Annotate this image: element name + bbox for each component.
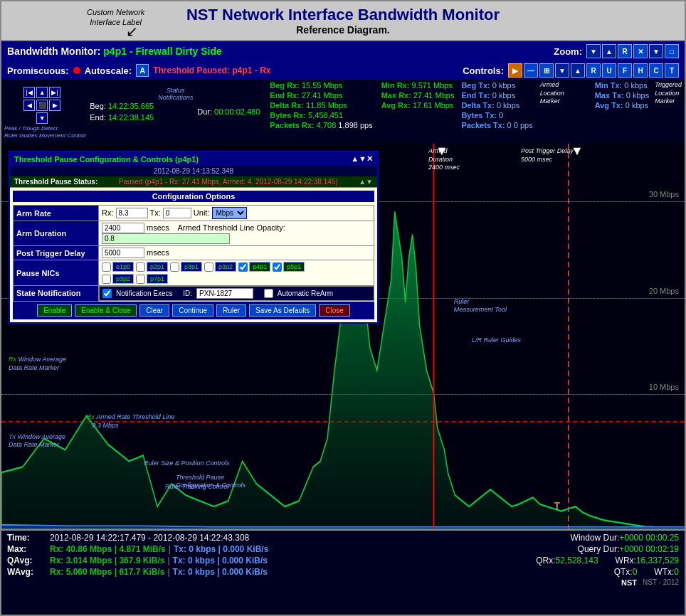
- nic-p4p1-btn[interactable]: p4p1: [249, 262, 270, 272]
- wrx-value: 16,337,529: [636, 556, 679, 565]
- nic-p5p1-check[interactable]: [273, 262, 282, 272]
- bandwidth-monitor-label: Bandwidth Monitor: p4p1 - Firewall Dirty…: [7, 46, 222, 57]
- nav-next[interactable]: ▶: [49, 100, 60, 111]
- nic-p3p2b-btn[interactable]: p3p2: [112, 274, 134, 284]
- nic-p2p1: p2p1: [136, 262, 168, 272]
- header-title: NST Network Interface Bandwidth Monitor …: [186, 6, 500, 36]
- autoscale-label: Autoscale:: [85, 65, 132, 76]
- ctrl-btn-vup[interactable]: ▲: [571, 63, 585, 78]
- nic-p3p2b-check[interactable]: [102, 275, 111, 284]
- nic-p4p1-check[interactable]: [238, 262, 248, 272]
- post-trigger-input[interactable]: [102, 248, 144, 258]
- post-trigger-row: Post Trigger Delay msecs: [14, 246, 374, 260]
- end-time: End: 14:22:38.145: [90, 113, 154, 122]
- triggered-marker-top: ▼: [571, 144, 584, 159]
- nic-p5p1-btn[interactable]: p5p1: [283, 262, 305, 272]
- header: Custom Network Interface Label ↙ NST Net…: [1, 1, 685, 41]
- enable-button[interactable]: Enable: [37, 304, 72, 317]
- popup-titlebar: Threshold Pause Configuration & Controls…: [10, 152, 377, 166]
- triggered-location-label: TriggeredLocationMarker: [655, 81, 682, 142]
- nic-p7p1-check[interactable]: [136, 275, 145, 284]
- ruler-button[interactable]: Ruler: [216, 304, 246, 317]
- zoom-btn-r[interactable]: R: [618, 44, 632, 58]
- nic-e1p0-check[interactable]: [102, 262, 111, 272]
- ctrl-btn-h[interactable]: H: [633, 63, 648, 78]
- ctrl-btn-c[interactable]: C: [649, 63, 663, 78]
- id-input[interactable]: [196, 288, 253, 299]
- time-row: Time: 2012-08-29 14:22:17.479 - 2012-08-…: [7, 533, 679, 543]
- close-button[interactable]: Close: [319, 304, 350, 317]
- popup-subtitle: 2012-08-29 14:13:52.348: [10, 166, 377, 176]
- nic-p3p2-btn[interactable]: p3p2: [215, 262, 236, 272]
- dur-label: Dur: 00:00:02.480: [197, 107, 260, 116]
- query-dur-value: +0000 00:02:19: [619, 544, 679, 554]
- qavg-label: QAvg:: [7, 556, 50, 565]
- continue-button[interactable]: Continue: [172, 304, 213, 317]
- unit-select[interactable]: Mbps: [212, 207, 247, 219]
- zoom-btn-up[interactable]: ▲: [602, 44, 616, 58]
- rx-armed-rate-annotation: Rx Armed Rate Threshold Line 8.3 Mbps: [87, 413, 174, 430]
- nav-first[interactable]: |◀: [23, 87, 35, 98]
- nav-up[interactable]: ▲: [36, 87, 48, 98]
- interface-name: p4p1 - Firewall Dirty Side: [103, 46, 222, 57]
- zoom-btn-down[interactable]: ▼: [586, 44, 601, 58]
- main-container: Custom Network Interface Label ↙ NST Net…: [0, 0, 686, 616]
- lr-ruler-guides-annotation: L/R Ruler Guides: [472, 336, 521, 345]
- pause-nics-label: Pause NICs: [14, 260, 99, 286]
- nic-p2p1-check[interactable]: [136, 262, 145, 272]
- qavg-row: QAvg: Rx: 3.014 Mbps | 367.9 KiB/s | Tx:…: [7, 556, 679, 565]
- toolbar-row2: Promiscuous: Autoscale: A Threshold Paus…: [1, 61, 685, 80]
- nic-grid-row2: p3p2 p7p1: [102, 274, 371, 284]
- wtx-label: WTx:: [654, 567, 674, 577]
- wrx-label: WRx:: [616, 556, 636, 565]
- nic-p3p1-check[interactable]: [170, 262, 179, 272]
- arm-rate-label: Arm Rate: [14, 206, 99, 221]
- control-buttons: ▶ — ⊞ ▼ ▲ R U F H C T: [508, 63, 679, 78]
- beg-time: Beg: 14:22:35.665: [90, 102, 154, 110]
- save-defaults-button[interactable]: Save As Defaults: [249, 304, 316, 317]
- nic-e1p0: e1p0: [102, 262, 134, 272]
- nic-p7p1: p7p1: [136, 274, 168, 284]
- ctrl-btn-f[interactable]: F: [618, 63, 632, 78]
- zoom-label: Zoom:: [554, 46, 582, 57]
- zoom-btn-box[interactable]: □: [665, 44, 679, 58]
- nav-down[interactable]: ▼: [36, 112, 48, 124]
- arm-tx-input[interactable]: [163, 208, 191, 218]
- ctrl-btn-r[interactable]: R: [586, 63, 601, 78]
- nic-p3p1-btn[interactable]: p3p1: [181, 262, 202, 272]
- nic-e1p0-btn[interactable]: e1p0: [112, 262, 134, 272]
- arm-duration-input[interactable]: [102, 223, 144, 233]
- clear-button[interactable]: Clear: [139, 304, 169, 317]
- nic-p2p1-btn[interactable]: p2p1: [147, 262, 168, 272]
- nic-p3p2-check[interactable]: [204, 262, 213, 272]
- ctrl-btn-play[interactable]: ▶: [508, 63, 522, 78]
- enable-close-button[interactable]: Enable & Close: [75, 304, 137, 317]
- nav-prev[interactable]: ◀: [23, 100, 35, 111]
- zoom-btn-x[interactable]: ✕: [633, 44, 648, 58]
- qtx-value: 0: [633, 567, 638, 577]
- nav-last[interactable]: ▶|: [49, 87, 60, 98]
- auto-rearm-check[interactable]: [264, 289, 273, 298]
- notif-execs-check[interactable]: [102, 289, 112, 298]
- opacity-input[interactable]: [102, 233, 230, 244]
- ctrl-btn-dash[interactable]: —: [524, 63, 538, 78]
- arm-rx-input[interactable]: [116, 208, 148, 218]
- time-info: Beg: 14:22:35.665 End: 14:22:38.145: [90, 81, 154, 142]
- ruler-t-marker[interactable]: T: [554, 500, 560, 511]
- ctrl-btn-u[interactable]: U: [602, 63, 616, 78]
- nic-p3p1: p3p1: [170, 262, 202, 272]
- nav-center[interactable]: ⬛: [36, 100, 48, 111]
- zoom-btn-v[interactable]: ▼: [649, 44, 663, 58]
- data-section: |◀ ▲ ▶| ◀ ⬛ ▶ ▼ Peak / Trough DetectRule…: [1, 80, 685, 144]
- nic-p7p1-btn[interactable]: p7p1: [147, 274, 168, 284]
- autoscale-button[interactable]: A: [136, 64, 149, 77]
- ctrl-btn-grid[interactable]: ⊞: [539, 63, 554, 78]
- config-header: Configuration Options: [13, 191, 374, 202]
- ctrl-btn-vdown[interactable]: ▼: [555, 63, 569, 78]
- post-trigger-annotation: Post Trigger Delay5000 msec: [521, 147, 574, 164]
- threshold-popup: Threshold Pause Configuration & Controls…: [9, 151, 379, 324]
- ctrl-btn-t[interactable]: T: [665, 63, 679, 78]
- config-table: Arm Rate Rx: Tx: Unit: Mbps Arm Duration…: [13, 205, 374, 302]
- controls-label: Controls:: [463, 65, 504, 76]
- nic-p4p1: p4p1: [238, 262, 270, 272]
